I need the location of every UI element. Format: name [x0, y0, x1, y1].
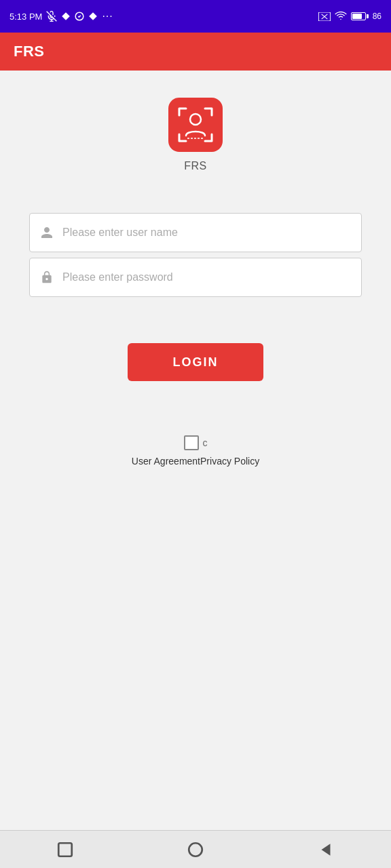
agreement-checkbox-row: c: [184, 435, 208, 450]
recent-apps-button[interactable]: [53, 837, 77, 862]
svg-marker-13: [322, 844, 331, 855]
square-icon: [56, 841, 74, 859]
svg-marker-5: [90, 12, 98, 20]
privacy-policy-link[interactable]: Privacy Policy: [200, 456, 259, 467]
status-bar-right: 86: [318, 12, 381, 21]
x-icon: [318, 12, 331, 21]
shield-icon: [88, 12, 98, 21]
bottom-nav: [0, 830, 391, 868]
agreement-checkbox[interactable]: [184, 435, 199, 450]
back-arrow-icon: [317, 841, 335, 859]
mute-icon: [46, 11, 57, 22]
battery-percent: 86: [373, 12, 381, 21]
username-input-row: [29, 213, 362, 252]
password-input-row: [29, 258, 362, 297]
status-bar-left: 5:13 PM ···: [10, 10, 113, 22]
svg-point-12: [189, 843, 202, 856]
login-form: [29, 213, 362, 302]
main-content: FRS LOGIN c: [0, 71, 391, 830]
diamond-icon: [61, 12, 71, 21]
checkbox-label: c: [203, 437, 208, 448]
password-input[interactable]: [62, 271, 352, 283]
app-bar: FRS: [0, 33, 391, 71]
app-logo: [168, 98, 223, 152]
circle-icon: [187, 841, 204, 859]
back-button[interactable]: [314, 837, 338, 862]
lock-icon: [39, 270, 54, 285]
home-button[interactable]: [183, 837, 208, 862]
svg-rect-11: [58, 843, 72, 856]
app-icon-container: FRS: [168, 98, 223, 172]
username-input[interactable]: [62, 226, 352, 239]
user-icon: [39, 225, 54, 240]
agreement-links: User AgreementPrivacy Policy: [132, 456, 259, 467]
time-display: 5:13 PM: [10, 12, 42, 22]
login-button[interactable]: LOGIN: [128, 343, 263, 381]
dots-menu: ···: [102, 10, 113, 22]
face-scan-icon: [176, 106, 215, 144]
wifi-icon: [335, 12, 347, 21]
battery-indicator: [351, 12, 369, 20]
svg-point-9: [190, 114, 201, 125]
app-label: FRS: [184, 160, 207, 172]
status-bar: 5:13 PM ···: [0, 0, 391, 33]
check-icon: [75, 12, 84, 21]
svg-marker-3: [62, 12, 71, 20]
app-bar-title: FRS: [14, 43, 45, 60]
agreement-section: c User AgreementPrivacy Policy: [132, 435, 259, 467]
user-agreement-link[interactable]: User Agreement: [132, 456, 200, 467]
